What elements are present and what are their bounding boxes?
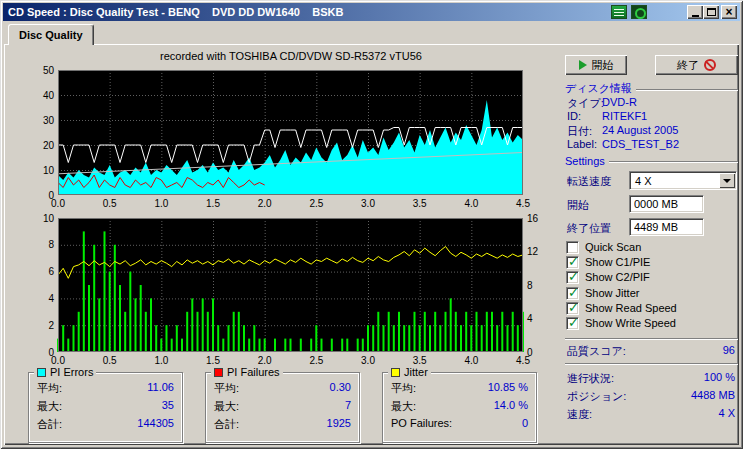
stat-row: 最大:7 [214, 399, 351, 413]
minimize-icon [692, 15, 699, 17]
stat-row: 最大:35 [37, 399, 174, 413]
jitter-title: Jitter [404, 366, 428, 378]
show-jitter-label: Show Jitter [585, 287, 639, 299]
pi-failures-swatch [214, 368, 223, 377]
disc-id-row: ID: RITEKF1 [567, 110, 737, 123]
pi-errors-swatch [37, 368, 46, 377]
svg-text:10: 10 [43, 165, 55, 176]
speed-select-value: 4 X [635, 175, 652, 187]
checkbox-row-show-c2-pif[interactable]: ✓ Show C2/PIF [566, 270, 650, 284]
show-read-speed-label: Show Read Speed [585, 302, 677, 314]
pi-errors-title: PI Errors [50, 366, 93, 378]
close-button[interactable]: × [721, 5, 737, 19]
exit-button[interactable]: 終了 [655, 55, 738, 75]
check-icon: ✓ [568, 285, 579, 300]
window-title: CD Speed : Disc Quality Test - BENQ DVD … [3, 6, 343, 18]
show-read-speed-checkbox[interactable]: ✓ [566, 302, 579, 315]
svg-text:4.0: 4.0 [464, 355, 478, 366]
svg-text:0.5: 0.5 [103, 355, 117, 366]
close-icon: × [725, 7, 732, 17]
end-position-label: 終了位置 [567, 221, 611, 236]
speed-select[interactable]: 4 X [629, 171, 737, 190]
svg-text:1.5: 1.5 [206, 198, 220, 209]
speed-label: 転送速度 [567, 174, 611, 189]
svg-text:12: 12 [527, 246, 539, 257]
stop-icon [704, 59, 716, 71]
svg-text:4: 4 [527, 313, 533, 324]
check-icon: ✓ [568, 300, 579, 315]
svg-text:3.0: 3.0 [361, 198, 375, 209]
svg-text:0.0: 0.0 [51, 198, 65, 209]
pif-jitter-chart: 024681004812160.00.51.01.52.02.53.03.54.… [34, 212, 546, 368]
disc-info-header: ディスク情報 [565, 81, 738, 96]
start-position-input[interactable] [629, 195, 704, 213]
svg-text:3.5: 3.5 [413, 355, 427, 366]
svg-text:4.5: 4.5 [516, 198, 530, 209]
svg-text:0.0: 0.0 [51, 355, 65, 366]
svg-text:0.5: 0.5 [103, 198, 117, 209]
svg-text:2.5: 2.5 [309, 355, 323, 366]
svg-text:3.0: 3.0 [361, 355, 375, 366]
svg-text:6: 6 [48, 266, 54, 277]
show-c1-pie-checkbox[interactable]: ✓ [566, 256, 579, 269]
show-jitter-checkbox[interactable]: ✓ [566, 287, 579, 300]
speed-row: 速度: 4 X [567, 407, 735, 420]
start-button-label: 開始 [592, 58, 614, 73]
exit-button-label: 終了 [677, 58, 699, 73]
checkbox-row-quick-scan[interactable]: ✓ Quick Scan [566, 240, 641, 254]
end-position-input[interactable] [629, 218, 704, 236]
stat-row: 最大:14.0 % [391, 399, 528, 413]
checkbox-row-show-read-speed[interactable]: ✓ Show Read Speed [566, 301, 677, 315]
position-row: ポジション: 4488 MB [567, 389, 735, 402]
pi-errors-panel: PI Errors 平均:11.06 最大:35 合計:144305 [28, 372, 183, 443]
svg-text:20: 20 [43, 140, 55, 151]
stat-row: 平均:0.30 [214, 381, 351, 395]
svg-text:2.5: 2.5 [309, 198, 323, 209]
maximize-button[interactable] [703, 5, 719, 19]
svg-text:4: 4 [48, 293, 54, 304]
svg-text:30: 30 [43, 115, 55, 126]
check-icon: ✓ [568, 254, 579, 269]
settings-title: Settings [565, 155, 605, 167]
play-icon [579, 60, 587, 70]
pi-failures-title: PI Failures [227, 366, 280, 378]
stat-row: 平均:10.85 % [391, 381, 528, 395]
svg-text:3.5: 3.5 [413, 198, 427, 209]
show-c2-pif-checkbox[interactable]: ✓ [566, 271, 579, 284]
title-bar[interactable]: CD Speed : Disc Quality Test - BENQ DVD … [3, 3, 740, 21]
checkbox-row-show-write-speed[interactable]: ✓ Show Write Speed [566, 316, 676, 330]
pie-errors-chart: 010203040500.00.51.01.52.02.53.03.54.04.… [34, 66, 546, 210]
svg-text:50: 50 [43, 66, 55, 76]
svg-text:1.0: 1.0 [154, 355, 168, 366]
divider [609, 161, 738, 163]
svg-text:8: 8 [48, 239, 54, 250]
svg-text:2.0: 2.0 [258, 198, 272, 209]
chart-tray-icon[interactable] [611, 5, 627, 19]
stat-row: 合計:1925 [214, 417, 351, 431]
disc-tray-icon[interactable] [631, 5, 647, 19]
svg-text:1.5: 1.5 [206, 355, 220, 366]
show-c2-pif-label: Show C2/PIF [585, 271, 650, 283]
disc-date-row: 日付: 24 August 2005 [567, 124, 737, 137]
start-button[interactable]: 開始 [565, 55, 627, 75]
svg-text:2: 2 [48, 320, 54, 331]
stat-row: 合計:144305 [37, 417, 174, 431]
checkbox-row-show-c1-pie[interactable]: ✓ Show C1/PIE [566, 255, 650, 269]
quick-scan-checkbox[interactable]: ✓ [566, 241, 579, 254]
recorded-with-label: recorded with TOSHIBA CD/DVDW SD-R5372 v… [58, 50, 524, 62]
svg-text:1.0: 1.0 [154, 198, 168, 209]
pi-failures-legend: PI Failures [211, 366, 283, 378]
show-write-speed-label: Show Write Speed [585, 317, 676, 329]
tab-disc-quality[interactable]: Disc Quality [8, 24, 94, 45]
show-write-speed-checkbox[interactable]: ✓ [566, 317, 579, 330]
speed-select-dropdown-button[interactable] [719, 173, 735, 188]
stat-row: PO Failures:0 [391, 417, 528, 431]
disc-info-title: ディスク情報 [565, 81, 632, 96]
svg-text:4.0: 4.0 [464, 198, 478, 209]
pi-failures-panel: PI Failures 平均:0.30 最大:7 合計:1925 [205, 372, 360, 443]
minimize-button[interactable] [687, 5, 703, 19]
disc-label-row: Label: CDS_TEST_B2 [567, 138, 737, 151]
checkbox-row-show-jitter[interactable]: ✓ Show Jitter [566, 286, 639, 300]
quick-scan-label: Quick Scan [585, 241, 641, 253]
start-position-label: 開始 [567, 198, 589, 213]
